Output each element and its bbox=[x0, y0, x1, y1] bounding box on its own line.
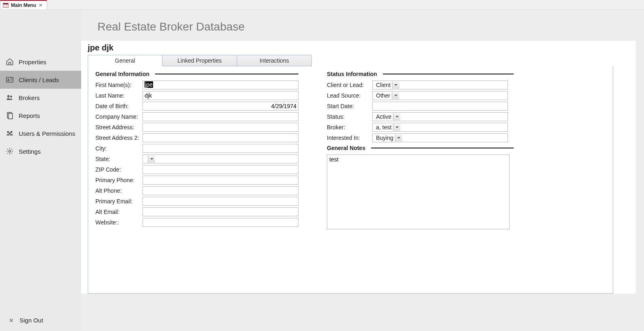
svg-rect-7 bbox=[9, 113, 13, 119]
label-broker: Broker: bbox=[327, 124, 372, 131]
chevron-down-icon[interactable] bbox=[393, 113, 400, 120]
section-general-notes: General Notes bbox=[327, 145, 365, 151]
record-tabstrip: General Linked Properties Interactions bbox=[88, 55, 636, 66]
close-icon: ✕ bbox=[9, 317, 14, 324]
broker-value: a, test bbox=[374, 124, 393, 131]
sidebar-item-properties[interactable]: Properties bbox=[0, 53, 81, 71]
sidebar-item-settings[interactable]: Settings bbox=[0, 142, 81, 160]
sidebar: Properties Clients / Leads Brokers Repor… bbox=[0, 10, 81, 331]
svg-point-10 bbox=[9, 133, 11, 134]
tab-linked-properties[interactable]: Linked Properties bbox=[162, 55, 237, 66]
lead-source-select[interactable]: Other bbox=[372, 91, 508, 100]
section-divider bbox=[371, 148, 514, 148]
sidebar-item-label: Properties bbox=[19, 59, 46, 65]
label-status: Status: bbox=[327, 113, 372, 120]
svg-point-9 bbox=[11, 131, 12, 133]
last-name-field[interactable] bbox=[143, 91, 298, 100]
label-street1: Street Address: bbox=[95, 124, 143, 131]
start-date-field[interactable] bbox=[372, 102, 508, 111]
zip-field[interactable] bbox=[143, 165, 298, 174]
document-icon bbox=[6, 111, 14, 120]
sidebar-item-brokers[interactable]: Brokers bbox=[0, 89, 81, 107]
record-title: jpe djk bbox=[88, 42, 636, 55]
label-alt-phone: Alt Phone: bbox=[95, 187, 143, 194]
sidebar-item-label: Settings bbox=[19, 148, 41, 155]
document-tab-main-menu[interactable]: Main Menu ✕ bbox=[0, 0, 47, 9]
chevron-down-icon[interactable] bbox=[393, 124, 400, 131]
section-divider bbox=[155, 74, 298, 74]
svg-point-1 bbox=[8, 79, 9, 80]
tab-panel-general: General Information First Name(s): jpe L… bbox=[88, 66, 613, 294]
sidebar-item-label: Brokers bbox=[19, 94, 40, 101]
tab-interactions[interactable]: Interactions bbox=[237, 55, 312, 66]
label-primary-email: Primary Email: bbox=[95, 198, 143, 205]
city-field[interactable] bbox=[143, 144, 298, 153]
label-interested-in: Interested In: bbox=[327, 135, 372, 141]
dob-field[interactable] bbox=[143, 102, 298, 111]
label-street2: Street Address 2: bbox=[95, 135, 143, 141]
label-lead-source: Lead Source: bbox=[327, 92, 372, 99]
lead-source-value: Other bbox=[374, 92, 392, 99]
svg-point-11 bbox=[9, 150, 11, 152]
street2-field[interactable] bbox=[143, 133, 298, 142]
company-field[interactable] bbox=[143, 112, 298, 121]
sidebar-item-label: Reports bbox=[19, 112, 40, 119]
sidebar-item-users-permissions[interactable]: Users & Permissions bbox=[0, 124, 81, 142]
section-general-information: General Information bbox=[95, 71, 149, 77]
sidebar-item-reports[interactable]: Reports bbox=[0, 107, 81, 124]
primary-email-field[interactable] bbox=[143, 197, 298, 206]
id-card-icon bbox=[6, 76, 14, 84]
document-tab-label: Main Menu bbox=[11, 2, 36, 8]
people-icon bbox=[6, 94, 14, 102]
sign-out-label: Sign Out bbox=[19, 317, 43, 324]
label-first-name: First Name(s): bbox=[95, 82, 143, 88]
chevron-down-icon[interactable] bbox=[148, 155, 155, 163]
sidebar-item-label: Clients / Leads bbox=[19, 76, 59, 83]
chevron-down-icon[interactable] bbox=[392, 92, 399, 99]
interested-in-value: Buying bbox=[374, 135, 395, 141]
street1-field[interactable] bbox=[143, 123, 298, 132]
label-alt-email: Alt Email: bbox=[95, 209, 143, 215]
tab-general[interactable]: General bbox=[88, 55, 162, 66]
sign-out-button[interactable]: ✕ Sign Out bbox=[0, 311, 81, 331]
status-select[interactable]: Active bbox=[372, 112, 508, 121]
alt-phone-field[interactable] bbox=[143, 186, 298, 195]
gear-icon bbox=[6, 147, 14, 155]
label-zip: ZIP Code: bbox=[95, 166, 143, 173]
label-website: Website:: bbox=[95, 219, 143, 226]
client-or-lead-select[interactable]: Client bbox=[372, 81, 508, 89]
document-tab-bar: Main Menu ✕ bbox=[0, 0, 644, 10]
close-icon[interactable]: ✕ bbox=[39, 2, 43, 8]
label-dob: Date of Birth: bbox=[95, 103, 143, 109]
interested-in-select[interactable]: Buying bbox=[372, 133, 508, 142]
label-state: State: bbox=[95, 156, 143, 162]
primary-phone-field[interactable] bbox=[143, 176, 298, 185]
label-company: Company Name: bbox=[95, 113, 143, 120]
svg-point-4 bbox=[7, 95, 9, 97]
website-field[interactable] bbox=[143, 218, 298, 227]
house-icon bbox=[6, 58, 14, 66]
label-city: City: bbox=[95, 145, 143, 152]
label-primary-phone: Primary Phone: bbox=[95, 177, 143, 183]
broker-select[interactable]: a, test bbox=[372, 123, 508, 132]
general-notes-textarea[interactable] bbox=[327, 155, 510, 229]
chevron-down-icon[interactable] bbox=[395, 134, 402, 142]
client-or-lead-value: Client bbox=[374, 82, 392, 88]
sidebar-item-label: Users & Permissions bbox=[19, 130, 75, 137]
label-start-date: Start Date: bbox=[327, 103, 372, 109]
state-select[interactable] bbox=[143, 155, 298, 163]
form-icon bbox=[3, 3, 9, 8]
chevron-down-icon[interactable] bbox=[392, 81, 400, 89]
alt-email-field[interactable] bbox=[143, 207, 298, 216]
sidebar-item-clients-leads[interactable]: Clients / Leads bbox=[0, 71, 81, 89]
label-client-or-lead: Client or Lead: bbox=[327, 82, 372, 88]
svg-point-5 bbox=[10, 96, 12, 97]
section-status-information: Status Information bbox=[327, 71, 377, 77]
first-name-field[interactable]: jpe bbox=[143, 81, 298, 89]
status-value: Active bbox=[374, 113, 393, 120]
section-divider bbox=[383, 74, 514, 74]
app-title: Real Estate Broker Database bbox=[81, 10, 644, 41]
svg-point-8 bbox=[7, 131, 9, 133]
users-icon bbox=[6, 129, 14, 137]
label-last-name: Last Name: bbox=[95, 92, 143, 99]
